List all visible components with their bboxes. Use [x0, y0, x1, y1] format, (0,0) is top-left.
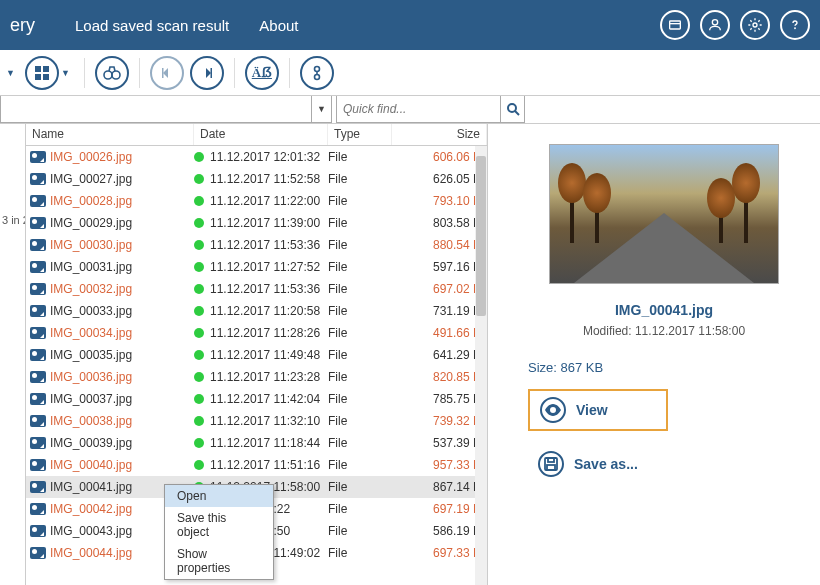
- table-row[interactable]: IMG_00028.jpg11.12.2017 11:22:00File793.…: [26, 190, 487, 212]
- image-file-icon: [30, 481, 46, 493]
- filter-row: ▼: [0, 96, 820, 124]
- help-icon[interactable]: [780, 10, 810, 40]
- file-name: IMG_00032.jpg: [50, 282, 132, 296]
- eye-icon: [540, 397, 566, 423]
- file-size: 793.10 K: [392, 194, 487, 208]
- scrollbar-thumb[interactable]: [476, 156, 486, 316]
- table-row[interactable]: IMG_00031.jpg11.12.2017 11:27:52File597.…: [26, 256, 487, 278]
- quickfind-input[interactable]: [337, 96, 500, 122]
- file-date: 11.12.2017 11:18:44: [210, 436, 320, 450]
- file-size: 586.19 K: [392, 524, 487, 538]
- file-type: File: [328, 480, 392, 494]
- status-dot-icon: [194, 328, 204, 338]
- image-file-icon: [30, 349, 46, 361]
- table-row[interactable]: IMG_00029.jpg11.12.2017 11:39:00File803.…: [26, 212, 487, 234]
- file-date: 11.12.2017 11:42:04: [210, 392, 320, 406]
- file-date: 11.12.2017 11:27:52: [210, 260, 320, 274]
- step-forward-icon[interactable]: [190, 56, 224, 90]
- svg-rect-0: [670, 21, 681, 29]
- svg-point-9: [104, 71, 112, 79]
- file-name: IMG_00035.jpg: [50, 348, 132, 362]
- status-dot-icon: [194, 174, 204, 184]
- step-back-icon[interactable]: [150, 56, 184, 90]
- table-row[interactable]: IMG_00033.jpg11.12.2017 11:20:58File731.…: [26, 300, 487, 322]
- image-file-icon: [30, 327, 46, 339]
- file-name: IMG_00026.jpg: [50, 150, 132, 164]
- view-button[interactable]: View: [528, 389, 668, 431]
- table-row[interactable]: IMG_00035.jpg11.12.2017 11:49:48File641.…: [26, 344, 487, 366]
- file-size: 491.66 K: [392, 326, 487, 340]
- col-header-type[interactable]: Type: [328, 124, 392, 145]
- file-size: 957.33 K: [392, 458, 487, 472]
- image-file-icon: [30, 503, 46, 515]
- toolbar: ▼ ▼ Äẞ: [0, 50, 820, 96]
- col-header-name[interactable]: Name: [26, 124, 194, 145]
- table-row[interactable]: IMG_00039.jpg11.12.2017 11:18:44File537.…: [26, 432, 487, 454]
- svg-rect-11: [162, 68, 164, 78]
- path-selector[interactable]: ▼: [0, 96, 332, 123]
- status-dot-icon: [194, 240, 204, 250]
- table-row[interactable]: IMG_00032.jpg11.12.2017 11:53:36File697.…: [26, 278, 487, 300]
- stack-icon[interactable]: [300, 56, 334, 90]
- path-dropdown-icon[interactable]: ▼: [311, 96, 331, 122]
- saveas-label: Save as...: [574, 456, 638, 472]
- table-row[interactable]: IMG_00038.jpg11.12.2017 11:32:10File739.…: [26, 410, 487, 432]
- table-row[interactable]: IMG_00026.jpg11.12.2017 12:01:32File606.…: [26, 146, 487, 168]
- file-date: 11.12.2017 11:53:36: [210, 238, 320, 252]
- file-name: IMG_00041.jpg: [50, 480, 132, 494]
- image-file-icon: [30, 437, 46, 449]
- status-dot-icon: [194, 218, 204, 228]
- file-name: IMG_00027.jpg: [50, 172, 132, 186]
- table-row[interactable]: IMG_00040.jpg11.12.2017 11:51:16File957.…: [26, 454, 487, 476]
- table-row[interactable]: IMG_00037.jpg11.12.2017 11:42:04File785.…: [26, 388, 487, 410]
- image-file-icon: [30, 525, 46, 537]
- scrollbar[interactable]: [475, 146, 487, 585]
- preview-panel: IMG_00041.jpg Modified: 11.12.2017 11:58…: [488, 124, 820, 585]
- file-name: IMG_00039.jpg: [50, 436, 132, 450]
- preview-size: Size: 867 KB: [528, 360, 800, 375]
- svg-line-17: [515, 111, 519, 115]
- font-icon[interactable]: Äẞ: [245, 56, 279, 90]
- table-row[interactable]: IMG_00034.jpg11.12.2017 11:28:26File491.…: [26, 322, 487, 344]
- status-dot-icon: [194, 262, 204, 272]
- file-name: IMG_00031.jpg: [50, 260, 132, 274]
- file-name: IMG_00043.jpg: [50, 524, 132, 538]
- binoculars-icon[interactable]: [95, 56, 129, 90]
- menu-about[interactable]: About: [259, 17, 298, 34]
- toolbar-dropdown-1[interactable]: ▼: [6, 68, 15, 78]
- gear-icon[interactable]: [740, 10, 770, 40]
- cards-icon[interactable]: [660, 10, 690, 40]
- file-name: IMG_00030.jpg: [50, 238, 132, 252]
- file-name: IMG_00029.jpg: [50, 216, 132, 230]
- file-type: File: [328, 150, 392, 164]
- context-open[interactable]: Open: [165, 485, 273, 507]
- file-type: File: [328, 216, 392, 230]
- file-type: File: [328, 546, 392, 560]
- table-row[interactable]: IMG_00027.jpg11.12.2017 11:52:58File626.…: [26, 168, 487, 190]
- table-row[interactable]: IMG_00036.jpg11.12.2017 11:23:28File820.…: [26, 366, 487, 388]
- view-grid-dropdown[interactable]: ▼: [61, 68, 70, 78]
- image-file-icon: [30, 239, 46, 251]
- saveas-button[interactable]: Save as...: [528, 445, 668, 483]
- status-dot-icon: [194, 196, 204, 206]
- svg-point-4: [795, 28, 796, 29]
- file-size: 785.75 K: [392, 392, 487, 406]
- menu-load-saved[interactable]: Load saved scan result: [75, 17, 229, 34]
- file-size: 731.19 K: [392, 304, 487, 318]
- user-icon[interactable]: [700, 10, 730, 40]
- file-type: File: [328, 414, 392, 428]
- status-dot-icon: [194, 460, 204, 470]
- view-grid-icon[interactable]: [25, 56, 59, 90]
- image-file-icon: [30, 547, 46, 559]
- search-icon[interactable]: [500, 96, 524, 122]
- file-date: 11.12.2017 12:01:32: [210, 150, 320, 164]
- col-header-date[interactable]: Date: [194, 124, 328, 145]
- context-save[interactable]: Save this object: [165, 507, 273, 543]
- file-name: IMG_00033.jpg: [50, 304, 132, 318]
- context-properties[interactable]: Show properties: [165, 543, 273, 579]
- file-size: 867.14 K: [392, 480, 487, 494]
- table-row[interactable]: IMG_00030.jpg11.12.2017 11:53:36File880.…: [26, 234, 487, 256]
- file-size: 641.29 K: [392, 348, 487, 362]
- status-dot-icon: [194, 284, 204, 294]
- col-header-size[interactable]: Size: [392, 124, 487, 145]
